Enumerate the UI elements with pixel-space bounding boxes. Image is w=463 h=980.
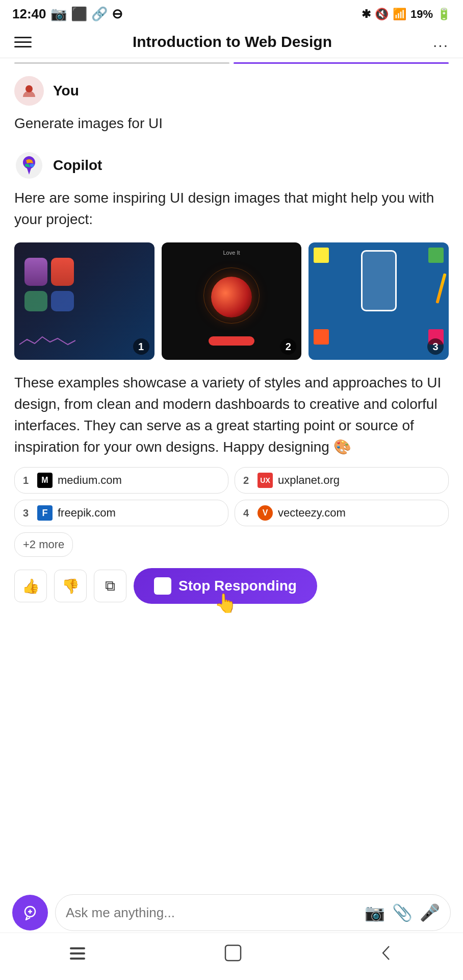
bluetooth-icon: ✱	[362, 8, 371, 21]
source-uxplanet[interactable]: 2 UX uxplanet.org	[235, 467, 449, 494]
thumbs-down-button[interactable]: 👎	[54, 570, 87, 602]
copilot-avatar	[14, 151, 44, 180]
medium-icon: M	[37, 473, 53, 488]
more-sources-row: +2 more	[14, 532, 449, 557]
chat-input-box[interactable]: 📷 📎 🎤	[55, 894, 451, 931]
vecteezy-icon: V	[258, 505, 273, 521]
sources-grid: 1 M medium.com 2 UX uxplanet.org 3 F fre…	[14, 467, 449, 526]
battery-icon: 🔋	[437, 8, 451, 21]
images-grid: 1 Love It 2 3	[14, 242, 449, 360]
copilot-message-header: Copilot	[14, 151, 449, 180]
link-icon: 🔗	[91, 6, 108, 22]
svg-rect-5	[70, 947, 85, 949]
menu-button[interactable]	[14, 37, 32, 47]
screen-icon: ⬛	[71, 6, 87, 22]
mute-icon: 🔇	[375, 8, 389, 21]
stop-icon	[154, 577, 171, 595]
copilot-message-block: Copilot Here are some inspiring UI desig…	[14, 151, 449, 604]
progress-bar-2	[234, 62, 449, 64]
progress-bar-1	[14, 62, 229, 64]
status-icons: ✱ 🔇 📶 19% 🔋	[362, 8, 451, 21]
new-chat-button[interactable]	[12, 895, 48, 930]
mic-icon[interactable]: 🎤	[420, 903, 440, 922]
source-freepik[interactable]: 3 F freepik.com	[14, 500, 228, 526]
more-options-button[interactable]: ...	[433, 33, 449, 51]
cursor-indicator: 👆	[214, 593, 237, 614]
user-message-text: Generate images for UI	[14, 113, 449, 134]
thumbs-down-icon: 👎	[62, 578, 80, 595]
status-time: 12:40 📷 ⬛ 🔗 ⊖	[12, 6, 123, 22]
source-medium[interactable]: 1 M medium.com	[14, 467, 228, 494]
thumbs-up-icon: 👍	[22, 578, 40, 595]
camera-icon: 📷	[50, 6, 67, 22]
action-row: 👍 👎 ⧉ Stop Responding 👆	[14, 568, 449, 604]
image-number-2: 2	[280, 338, 296, 355]
user-message-header: You	[14, 76, 449, 106]
nav-back-button[interactable]	[368, 940, 406, 970]
freepik-icon: F	[37, 505, 53, 521]
camera-input-icon[interactable]: 📷	[365, 903, 385, 922]
image-card-1[interactable]: 1	[14, 242, 155, 360]
input-area: 📷 📎 🎤	[0, 886, 463, 939]
attach-icon[interactable]: 📎	[392, 903, 413, 922]
image-card-3[interactable]: 3	[308, 242, 449, 360]
copy-button[interactable]: ⧉	[94, 570, 126, 602]
chat-input[interactable]	[66, 905, 357, 921]
thumbs-up-button[interactable]: 👍	[14, 570, 47, 602]
image-number-3: 3	[427, 338, 444, 355]
svg-rect-8	[225, 945, 241, 961]
nav-home-button[interactable]	[211, 939, 255, 971]
user-sender-name: You	[53, 83, 79, 99]
svg-rect-7	[70, 958, 85, 960]
copilot-outro-text: These examples showcase a variety of sty…	[14, 372, 449, 458]
user-avatar	[14, 76, 44, 106]
page-title: Introduction to Web Design	[32, 33, 433, 51]
svg-rect-6	[70, 952, 85, 954]
header: Introduction to Web Design ...	[0, 26, 463, 58]
source-vecteezy[interactable]: 4 V vecteezy.com	[235, 500, 449, 526]
user-message-block: You Generate images for UI	[14, 76, 449, 134]
stop-responding-button[interactable]: Stop Responding 👆	[134, 568, 317, 604]
wifi-icon: 📶	[393, 8, 406, 21]
copilot-intro-text: Here are some inspiring UI design images…	[14, 187, 449, 230]
image-card-2[interactable]: Love It 2	[162, 242, 302, 360]
uxplanet-icon: UX	[258, 473, 273, 488]
status-bar: 12:40 📷 ⬛ 🔗 ⊖ ✱ 🔇 📶 19% 🔋	[0, 0, 463, 26]
block-icon: ⊖	[112, 6, 123, 22]
image-number-1: 1	[133, 338, 149, 355]
nav-menu-button[interactable]	[57, 942, 98, 969]
copy-icon: ⧉	[105, 578, 115, 595]
bottom-nav	[0, 933, 463, 980]
more-sources-button[interactable]: +2 more	[14, 532, 73, 557]
copilot-sender-name: Copilot	[53, 157, 102, 174]
chat-area: You Generate images for UI Copilot Here …	[0, 64, 463, 632]
